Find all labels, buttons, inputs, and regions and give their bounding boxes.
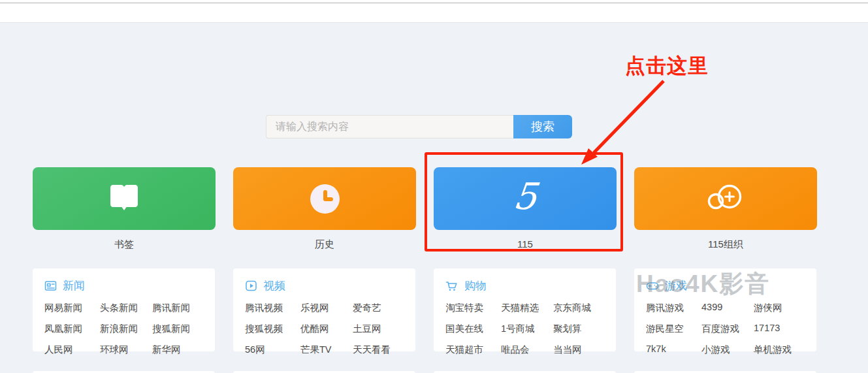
new-tab-page: 搜索 书签 历史 5 115 115组织 点击这里 bbox=[0, 0, 868, 373]
link-item[interactable]: 天猫超市 bbox=[445, 344, 501, 356]
card-news-title: 新闻 bbox=[63, 278, 85, 293]
search-button[interactable]: 搜索 bbox=[513, 115, 572, 138]
chrome-divider bbox=[0, 3, 868, 3]
card-news-header: 新闻 bbox=[44, 278, 215, 293]
card-shopping-header: 购物 bbox=[445, 278, 616, 293]
link-item[interactable]: 唯品会 bbox=[501, 344, 553, 356]
link-item[interactable]: 乐视网 bbox=[300, 302, 353, 314]
shopping-links: 淘宝特卖 天猫精选 京东商城 国美在线 1号商城 聚划算 天猫超市 唯品会 当当… bbox=[434, 302, 616, 356]
book-icon bbox=[108, 183, 140, 214]
link-item[interactable]: 游侠网 bbox=[754, 302, 816, 314]
tile-history[interactable] bbox=[233, 167, 416, 230]
link-item[interactable]: 搜狐视频 bbox=[245, 323, 300, 335]
link-item[interactable]: 搜狐新闻 bbox=[152, 323, 215, 335]
link-item[interactable]: 优酷网 bbox=[300, 323, 353, 335]
link-item[interactable]: 小游戏 bbox=[701, 344, 754, 356]
tile-history-label[interactable]: 历史 bbox=[233, 238, 416, 251]
115-logo: 5 bbox=[511, 178, 539, 219]
card-video-title: 视频 bbox=[263, 278, 285, 293]
link-item[interactable]: 聚划算 bbox=[553, 323, 616, 335]
link-item[interactable]: 芒果TV bbox=[300, 344, 353, 356]
link-item[interactable]: 1号商城 bbox=[501, 323, 553, 335]
card-games-header: 游戏 bbox=[646, 278, 816, 293]
link-item[interactable]: 7k7k bbox=[646, 344, 701, 356]
link-item[interactable]: 17173 bbox=[754, 323, 816, 335]
link-item[interactable]: 天天看看 bbox=[353, 344, 415, 356]
gamepad-icon bbox=[646, 280, 659, 292]
tile-115-org[interactable] bbox=[634, 167, 817, 230]
card-shopping-title: 购物 bbox=[464, 278, 487, 293]
link-item[interactable]: 国美在线 bbox=[445, 323, 501, 335]
card-news: 新闻 网易新闻 头条新闻 腾讯新闻 凤凰新闻 新浪新闻 搜狐新闻 人民网 环球网… bbox=[33, 268, 215, 351]
link-item[interactable]: 腾讯新闻 bbox=[152, 302, 215, 314]
browser-chrome-bottom bbox=[0, 0, 868, 23]
cloud-plus-icon bbox=[705, 182, 747, 215]
tile-115-org-label[interactable]: 115组织 bbox=[634, 238, 817, 251]
search-bar: 搜索 bbox=[266, 115, 572, 138]
link-item[interactable]: 游民星空 bbox=[646, 323, 701, 335]
link-item[interactable]: 新华网 bbox=[152, 344, 215, 356]
link-item[interactable]: 天猫精选 bbox=[501, 302, 553, 314]
link-item[interactable]: 淘宝特卖 bbox=[445, 302, 501, 314]
card-games-title: 游戏 bbox=[665, 278, 687, 293]
link-item[interactable]: 腾讯视频 bbox=[245, 302, 300, 314]
news-links: 网易新闻 头条新闻 腾讯新闻 凤凰新闻 新浪新闻 搜狐新闻 人民网 环球网 新华… bbox=[33, 302, 215, 356]
tile-115-label[interactable]: 115 bbox=[434, 238, 617, 250]
link-item[interactable]: 土豆网 bbox=[353, 323, 415, 335]
link-item[interactable]: 4399 bbox=[701, 302, 754, 314]
link-item[interactable]: 56网 bbox=[245, 344, 300, 356]
link-item[interactable]: 百度游戏 bbox=[701, 323, 754, 335]
newspaper-icon bbox=[44, 280, 57, 292]
link-item[interactable]: 单机游戏 bbox=[754, 344, 816, 356]
card-shopping: 购物 淘宝特卖 天猫精选 京东商城 国美在线 1号商城 聚划算 天猫超市 唯品会… bbox=[434, 268, 616, 351]
link-item[interactable]: 环球网 bbox=[100, 344, 152, 356]
cart-icon bbox=[445, 280, 458, 292]
games-links: 腾讯游戏 4399 游侠网 游民星空 百度游戏 17173 7k7k 小游戏 单… bbox=[634, 302, 816, 356]
link-item[interactable]: 京东商城 bbox=[553, 302, 616, 314]
tile-115[interactable]: 5 bbox=[434, 167, 617, 230]
clock-icon bbox=[310, 184, 340, 214]
card-games: 游戏 腾讯游戏 4399 游侠网 游民星空 百度游戏 17173 7k7k 小游… bbox=[634, 268, 816, 351]
link-item[interactable]: 新浪新闻 bbox=[100, 323, 152, 335]
link-item[interactable]: 头条新闻 bbox=[100, 302, 152, 314]
link-item[interactable]: 凤凰新闻 bbox=[44, 323, 100, 335]
card-video: 视频 腾讯视频 乐视网 爱奇艺 搜狐视频 优酷网 土豆网 56网 芒果TV 天天… bbox=[233, 268, 415, 351]
tile-bookmarks-label[interactable]: 书签 bbox=[33, 238, 216, 251]
link-item[interactable]: 腾讯游戏 bbox=[646, 302, 701, 314]
search-input[interactable] bbox=[266, 115, 513, 138]
video-links: 腾讯视频 乐视网 爱奇艺 搜狐视频 优酷网 土豆网 56网 芒果TV 天天看看 bbox=[233, 302, 415, 356]
play-icon bbox=[245, 280, 257, 292]
card-video-header: 视频 bbox=[245, 278, 415, 293]
link-item[interactable]: 人民网 bbox=[44, 344, 100, 356]
tile-bookmarks[interactable] bbox=[33, 167, 216, 230]
link-item[interactable]: 当当网 bbox=[553, 344, 616, 356]
link-item[interactable]: 爱奇艺 bbox=[353, 302, 415, 314]
link-item[interactable]: 网易新闻 bbox=[44, 302, 100, 314]
click-here-annotation: 点击这里 bbox=[625, 52, 709, 80]
